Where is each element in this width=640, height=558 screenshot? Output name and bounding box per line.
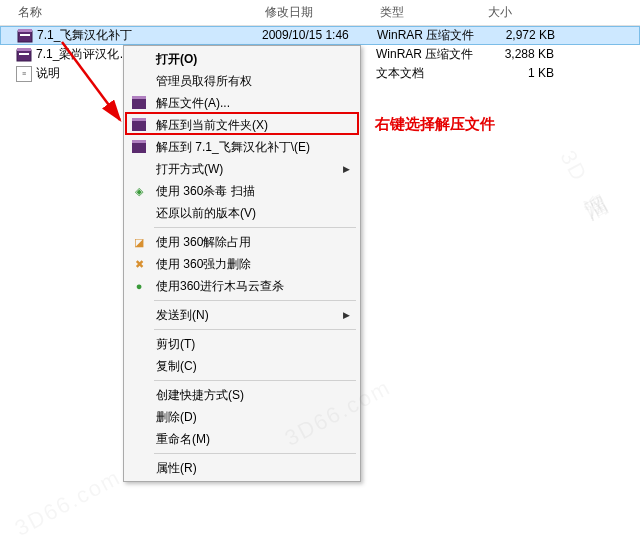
unlock-icon: ◪ [131, 234, 147, 250]
svg-rect-2 [20, 34, 30, 36]
rar-icon [17, 28, 33, 44]
col-size[interactable]: 大小 [488, 4, 568, 21]
file-type: 文本文档 [376, 64, 484, 83]
menu-extract-here[interactable]: 解压到当前文件夹(X) [126, 114, 358, 136]
txt-icon: ≡ [16, 66, 32, 82]
context-menu: 打开(O) 管理员取得所有权 解压文件(A)... 解压到当前文件夹(X) 解压… [123, 45, 361, 482]
file-size: 1 KB [484, 64, 564, 83]
rar-icon [131, 95, 147, 111]
column-header-row: 名称 修改日期 类型 大小 [0, 0, 640, 26]
menu-open[interactable]: 打开(O) [126, 48, 358, 70]
menu-send-to[interactable]: 发送到(N)▶ [126, 304, 358, 326]
rar-icon [16, 47, 32, 63]
file-type: WinRAR 压缩文件 [377, 26, 485, 45]
menu-rename[interactable]: 重命名(M) [126, 428, 358, 450]
svg-rect-7 [132, 96, 146, 99]
menu-separator [154, 329, 356, 330]
file-row[interactable]: 7.1_飞舞汉化补丁 2009/10/15 1:46 WinRAR 压缩文件 2… [0, 26, 640, 45]
menu-extract-files[interactable]: 解压文件(A)... [126, 92, 358, 114]
menu-extract-to[interactable]: 解压到 7.1_飞舞汉化补丁\(E) [126, 136, 358, 158]
menu-cut[interactable]: 剪切(T) [126, 333, 358, 355]
menu-360-scan[interactable]: ◈ 使用 360杀毒 扫描 [126, 180, 358, 202]
menu-shortcut[interactable]: 创建快捷方式(S) [126, 384, 358, 406]
menu-open-with[interactable]: 打开方式(W)▶ [126, 158, 358, 180]
watermark: 3D溜溜网 [553, 145, 597, 193]
col-name[interactable]: 名称 [0, 4, 265, 21]
menu-360-release[interactable]: ◪ 使用 360解除占用 [126, 231, 358, 253]
svg-rect-1 [18, 29, 32, 32]
rar-icon [131, 139, 147, 155]
file-size: 2,972 KB [485, 26, 565, 45]
col-date[interactable]: 修改日期 [265, 4, 380, 21]
svg-rect-10 [132, 142, 146, 153]
delete-icon: ✖ [131, 256, 147, 272]
menu-separator [154, 300, 356, 301]
shield-icon: ◈ [131, 183, 147, 199]
svg-rect-6 [132, 98, 146, 109]
menu-copy[interactable]: 复制(C) [126, 355, 358, 377]
file-name: 7.1_飞舞汉化补丁 [37, 26, 262, 45]
scan-icon: ● [131, 278, 147, 294]
svg-rect-3 [17, 50, 31, 61]
rar-icon [131, 117, 147, 133]
menu-props[interactable]: 属性(R) [126, 457, 358, 479]
col-type[interactable]: 类型 [380, 4, 488, 21]
svg-rect-5 [19, 53, 29, 55]
svg-rect-11 [132, 140, 146, 143]
menu-delete[interactable]: 删除(D) [126, 406, 358, 428]
svg-rect-8 [132, 120, 146, 131]
menu-separator [154, 227, 356, 228]
menu-360-trojan[interactable]: ● 使用360进行木马云查杀 [126, 275, 358, 297]
annotation-text: 右键选择解压文件 [375, 115, 495, 134]
menu-restore-prev[interactable]: 还原以前的版本(V) [126, 202, 358, 224]
chevron-right-icon: ▶ [343, 310, 350, 320]
menu-separator [154, 453, 356, 454]
svg-rect-0 [18, 31, 32, 42]
file-date: 2009/10/15 1:46 [262, 26, 377, 45]
watermark: 3D66.com [11, 464, 126, 542]
menu-360-force-del[interactable]: ✖ 使用 360强力删除 [126, 253, 358, 275]
menu-admin-own[interactable]: 管理员取得所有权 [126, 70, 358, 92]
svg-rect-4 [17, 48, 31, 51]
chevron-right-icon: ▶ [343, 164, 350, 174]
file-type: WinRAR 压缩文件 [376, 45, 484, 64]
file-size: 3,288 KB [484, 45, 564, 64]
svg-rect-9 [132, 118, 146, 121]
menu-separator [154, 380, 356, 381]
